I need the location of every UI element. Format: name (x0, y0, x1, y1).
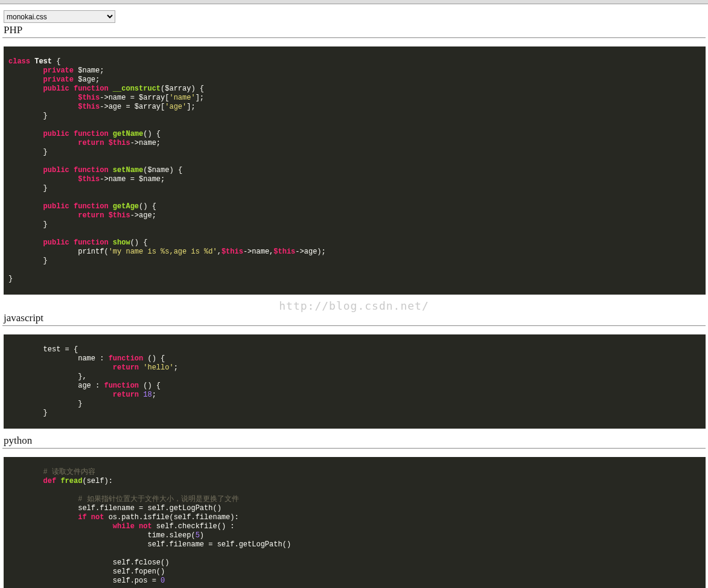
section-title-php: PHP (4, 24, 706, 36)
theme-select[interactable]: monokai.css (4, 10, 115, 23)
code-block-js: test = { name : function () { return 'he… (4, 334, 706, 429)
code-block-php: class Test { private $name; private $age… (4, 46, 706, 295)
theme-selector-row: monokai.css (4, 10, 706, 23)
divider (2, 448, 706, 449)
code-block-python: # 读取文件内容 def fread(self): # 如果指针位置大于文件大小… (4, 457, 706, 588)
divider (2, 37, 706, 38)
divider (2, 325, 706, 326)
section-title-js: javascript (4, 312, 706, 324)
watermark-text: http://blog.csdn.net/ (2, 299, 706, 312)
page-content: monokai.css PHP class Test { private $na… (0, 4, 708, 588)
browser-chrome-top (0, 0, 708, 4)
section-title-python: python (4, 435, 706, 447)
